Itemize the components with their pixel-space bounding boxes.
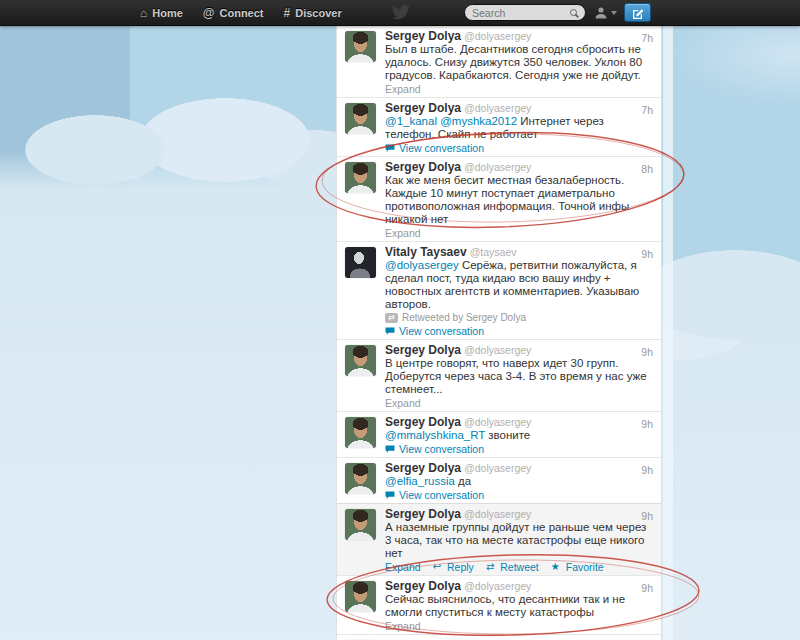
tweet-text: В центре говорят, что наверх идет 30 гру… [385, 357, 653, 396]
tweet-footer: View conversation [385, 325, 653, 337]
tweet[interactable]: 7h Sergey Dolya@dolyasergey Был в штабе.… [337, 26, 661, 98]
avatar[interactable] [345, 509, 376, 540]
tweet-timestamp[interactable]: 9h [641, 346, 653, 358]
tweet-footer: Expand [385, 227, 653, 239]
tweet-author-handle[interactable]: @dolyasergey [464, 30, 531, 42]
expand-link[interactable]: Expand [385, 227, 421, 239]
home-icon: ⌂ [140, 7, 147, 19]
tweet[interactable]: 9h Sergey Dolya@dolyasergey @elfia_russi… [337, 458, 661, 504]
avatar[interactable] [345, 162, 376, 193]
tweet-link[interactable]: @1_kanal [385, 115, 437, 127]
nav-discover[interactable]: # Discover [284, 7, 342, 19]
tweet-author-handle[interactable]: @taysaev [470, 246, 517, 258]
tweet-author-handle[interactable]: @dolyasergey [464, 161, 531, 173]
expand-link[interactable]: Expand [385, 397, 421, 409]
tweet[interactable]: 9h Sergey Dolya@dolyasergey А наземные г… [337, 503, 661, 576]
tweet-header: Sergey Dolya@dolyasergey [385, 30, 653, 43]
tweet-link[interactable]: @mmalyshkina_RT [385, 429, 485, 441]
tweet-actions: Expand ↩Reply ⇄Retweet ★Favorite [385, 561, 604, 573]
tweet[interactable]: 9h Sergey Dolya@dolyasergey В ситуационн… [337, 635, 661, 640]
tweet-footer: Expand [385, 397, 653, 409]
compose-tweet-icon [632, 7, 644, 19]
tweet-author-name[interactable]: Sergey Dolya [385, 508, 461, 521]
retweet-button[interactable]: ⇄Retweet [486, 561, 539, 573]
tweet-author-name[interactable]: Sergey Dolya [385, 580, 461, 593]
tweet-timestamp[interactable]: 7h [641, 32, 653, 44]
tweet[interactable]: 9h Sergey Dolya@dolyasergey @mmalyshkina… [337, 412, 661, 458]
tweet-link[interactable]: @elfia_russia [385, 475, 455, 487]
tweet-author-name[interactable]: Sergey Dolya [385, 462, 461, 475]
nav-discover-label: Discover [295, 7, 341, 19]
view-conversation-link[interactable]: View conversation [385, 443, 484, 455]
avatar[interactable] [345, 463, 376, 494]
tweet-timestamp[interactable]: 8h [641, 163, 653, 175]
top-navbar: ⌂ Home @ Connect # Discover [0, 0, 800, 26]
speech-bubble-icon [385, 445, 395, 454]
tweet-author-name[interactable]: Vitaly Taysaev [385, 246, 467, 259]
navbar-menu: ⌂ Home @ Connect # Discover [140, 7, 342, 19]
profile-silhouette-icon [594, 6, 608, 19]
search-input[interactable] [472, 7, 570, 19]
tweet-timestamp[interactable]: 9h [641, 464, 653, 476]
expand-link[interactable]: Expand [385, 620, 421, 632]
tweet-author-handle[interactable]: @dolyasergey [464, 508, 531, 520]
avatar[interactable] [345, 581, 376, 612]
speech-bubble-icon [385, 327, 395, 336]
avatar[interactable] [345, 417, 376, 448]
tweet-text: Как же меня бесит местная безалаберность… [385, 174, 653, 226]
tweet-timestamp[interactable]: 9h [641, 418, 653, 430]
tweet[interactable]: 9h Vitaly Taysaev@taysaev @dolyasergey С… [337, 242, 661, 340]
tweet-author-handle[interactable]: @dolyasergey [464, 102, 531, 114]
tweet-author-name[interactable]: Sergey Dolya [385, 416, 461, 429]
tweet-timestamp[interactable]: 9h [641, 582, 653, 594]
tweet[interactable]: 9h Sergey Dolya@dolyasergey Сейчас выясн… [337, 576, 661, 635]
tweet-author-name[interactable]: Sergey Dolya [385, 102, 461, 115]
favorite-button[interactable]: ★Favorite [551, 561, 604, 573]
tweet-author-name[interactable]: Sergey Dolya [385, 161, 461, 174]
tweet-header: Sergey Dolya@dolyasergey [385, 344, 653, 357]
at-sign-icon: @ [203, 7, 215, 19]
timeline-scrollbar[interactable] [663, 26, 673, 640]
view-conversation-link[interactable]: View conversation [385, 142, 484, 154]
reply-button[interactable]: ↩Reply [433, 561, 474, 573]
tweet-author-handle[interactable]: @dolyasergey [464, 416, 531, 428]
compose-tweet-button[interactable] [624, 3, 651, 22]
tweet-author-handle[interactable]: @dolyasergey [464, 344, 531, 356]
expand-link[interactable]: Expand [385, 83, 421, 95]
search-icon[interactable] [570, 9, 578, 17]
reply-icon: ↩ [433, 561, 441, 573]
tweet-footer: View conversation [385, 142, 653, 154]
avatar[interactable] [345, 31, 376, 62]
retweeted-by-label: Retweeted by Sergey Dolya [402, 311, 526, 324]
profile-menu-button[interactable] [594, 6, 617, 19]
tweet[interactable]: 7h Sergey Dolya@dolyasergey @1_kanal @my… [337, 98, 661, 157]
avatar[interactable] [345, 345, 376, 376]
tweet-link[interactable]: @dolyasergey [385, 259, 459, 271]
tweet-header: Sergey Dolya@dolyasergey [385, 580, 653, 593]
tweet-timestamp[interactable]: 9h [641, 248, 653, 260]
twitter-bird-icon[interactable] [391, 4, 411, 25]
tweet-timestamp[interactable]: 7h [641, 104, 653, 116]
tweet-timestamp[interactable]: 9h [641, 510, 653, 522]
retweet-icon: ⇄ [486, 561, 494, 573]
tweet-text: @dolyasergey Серёжа, ретвитни пожалуйста… [385, 259, 653, 311]
tweet-author-handle[interactable]: @dolyasergey [464, 580, 531, 592]
tweet-footer: View conversation [385, 443, 653, 455]
avatar[interactable] [345, 103, 376, 134]
nav-home[interactable]: ⌂ Home [140, 7, 183, 19]
tweet-author-handle[interactable]: @dolyasergey [464, 462, 531, 474]
expand-link[interactable]: Expand [385, 561, 421, 573]
tweet[interactable]: 9h Sergey Dolya@dolyasergey В центре гов… [337, 340, 661, 412]
view-conversation-link[interactable]: View conversation [385, 489, 484, 501]
tweet-text: Был в штабе. Десантников сегодня сбросит… [385, 43, 653, 82]
tweet-footer: View conversation [385, 489, 653, 501]
tweet-author-name[interactable]: Sergey Dolya [385, 344, 461, 357]
tweet[interactable]: 8h Sergey Dolya@dolyasergey Как же меня … [337, 157, 661, 242]
view-conversation-link[interactable]: View conversation [385, 325, 484, 337]
hashtag-icon: # [284, 7, 291, 19]
tweet-link[interactable]: @myshka2012 [440, 115, 517, 127]
tweet-author-name[interactable]: Sergey Dolya [385, 30, 461, 43]
nav-connect[interactable]: @ Connect [203, 7, 264, 19]
avatar[interactable] [345, 247, 376, 278]
favorite-icon: ★ [551, 561, 560, 573]
